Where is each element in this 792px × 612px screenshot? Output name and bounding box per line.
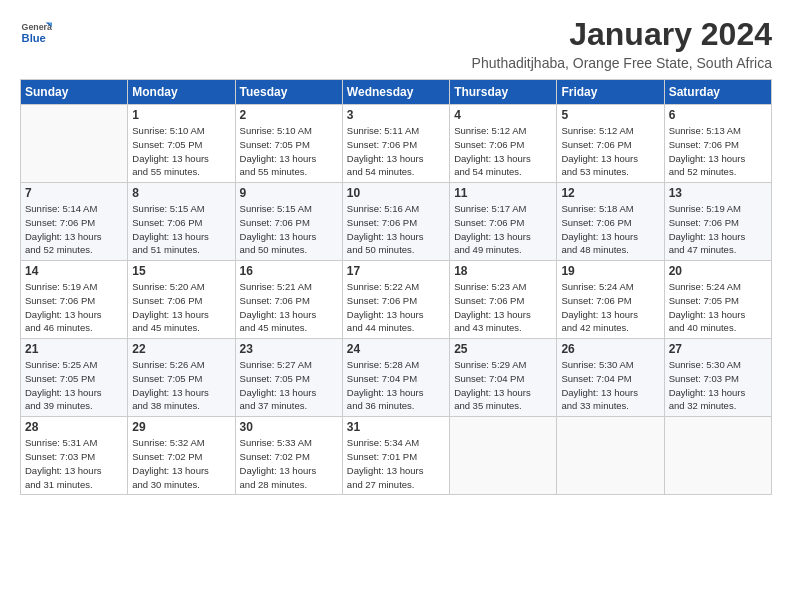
day-cell: 3Sunrise: 5:11 AMSunset: 7:06 PMDaylight… [342,105,449,183]
day-cell: 30Sunrise: 5:33 AMSunset: 7:02 PMDayligh… [235,417,342,495]
day-detail: Sunrise: 5:25 AMSunset: 7:05 PMDaylight:… [25,358,123,413]
day-number: 5 [561,108,659,122]
day-cell: 16Sunrise: 5:21 AMSunset: 7:06 PMDayligh… [235,261,342,339]
day-number: 28 [25,420,123,434]
day-number: 29 [132,420,230,434]
column-header-sunday: Sunday [21,80,128,105]
day-number: 12 [561,186,659,200]
day-number: 31 [347,420,445,434]
day-number: 15 [132,264,230,278]
day-cell: 13Sunrise: 5:19 AMSunset: 7:06 PMDayligh… [664,183,771,261]
day-cell: 1Sunrise: 5:10 AMSunset: 7:05 PMDaylight… [128,105,235,183]
day-number: 30 [240,420,338,434]
day-cell: 10Sunrise: 5:16 AMSunset: 7:06 PMDayligh… [342,183,449,261]
day-number: 6 [669,108,767,122]
day-number: 8 [132,186,230,200]
page-container: General Blue January 2024 Phuthaditjhaba… [0,0,792,515]
day-cell: 24Sunrise: 5:28 AMSunset: 7:04 PMDayligh… [342,339,449,417]
day-number: 1 [132,108,230,122]
day-cell: 29Sunrise: 5:32 AMSunset: 7:02 PMDayligh… [128,417,235,495]
day-detail: Sunrise: 5:23 AMSunset: 7:06 PMDaylight:… [454,280,552,335]
day-detail: Sunrise: 5:28 AMSunset: 7:04 PMDaylight:… [347,358,445,413]
day-cell: 23Sunrise: 5:27 AMSunset: 7:05 PMDayligh… [235,339,342,417]
day-cell: 18Sunrise: 5:23 AMSunset: 7:06 PMDayligh… [450,261,557,339]
day-cell: 9Sunrise: 5:15 AMSunset: 7:06 PMDaylight… [235,183,342,261]
day-cell [450,417,557,495]
day-cell: 27Sunrise: 5:30 AMSunset: 7:03 PMDayligh… [664,339,771,417]
day-number: 14 [25,264,123,278]
week-row-1: 1Sunrise: 5:10 AMSunset: 7:05 PMDaylight… [21,105,772,183]
column-header-thursday: Thursday [450,80,557,105]
day-detail: Sunrise: 5:21 AMSunset: 7:06 PMDaylight:… [240,280,338,335]
day-detail: Sunrise: 5:27 AMSunset: 7:05 PMDaylight:… [240,358,338,413]
day-detail: Sunrise: 5:19 AMSunset: 7:06 PMDaylight:… [25,280,123,335]
day-cell: 31Sunrise: 5:34 AMSunset: 7:01 PMDayligh… [342,417,449,495]
day-number: 25 [454,342,552,356]
day-cell: 7Sunrise: 5:14 AMSunset: 7:06 PMDaylight… [21,183,128,261]
logo: General Blue [20,16,56,48]
day-detail: Sunrise: 5:19 AMSunset: 7:06 PMDaylight:… [669,202,767,257]
month-title: January 2024 [472,16,772,53]
day-number: 2 [240,108,338,122]
column-header-tuesday: Tuesday [235,80,342,105]
day-cell: 26Sunrise: 5:30 AMSunset: 7:04 PMDayligh… [557,339,664,417]
day-cell: 14Sunrise: 5:19 AMSunset: 7:06 PMDayligh… [21,261,128,339]
day-detail: Sunrise: 5:24 AMSunset: 7:06 PMDaylight:… [561,280,659,335]
day-cell: 19Sunrise: 5:24 AMSunset: 7:06 PMDayligh… [557,261,664,339]
day-detail: Sunrise: 5:26 AMSunset: 7:05 PMDaylight:… [132,358,230,413]
day-detail: Sunrise: 5:24 AMSunset: 7:05 PMDaylight:… [669,280,767,335]
subtitle: Phuthaditjhaba, Orange Free State, South… [472,55,772,71]
week-row-2: 7Sunrise: 5:14 AMSunset: 7:06 PMDaylight… [21,183,772,261]
day-cell [21,105,128,183]
day-cell: 11Sunrise: 5:17 AMSunset: 7:06 PMDayligh… [450,183,557,261]
day-number: 3 [347,108,445,122]
day-detail: Sunrise: 5:30 AMSunset: 7:04 PMDaylight:… [561,358,659,413]
day-number: 4 [454,108,552,122]
header-row: SundayMondayTuesdayWednesdayThursdayFrid… [21,80,772,105]
svg-text:Blue: Blue [22,32,46,44]
day-number: 19 [561,264,659,278]
day-number: 23 [240,342,338,356]
week-row-4: 21Sunrise: 5:25 AMSunset: 7:05 PMDayligh… [21,339,772,417]
day-detail: Sunrise: 5:11 AMSunset: 7:06 PMDaylight:… [347,124,445,179]
day-detail: Sunrise: 5:16 AMSunset: 7:06 PMDaylight:… [347,202,445,257]
day-cell [664,417,771,495]
column-header-friday: Friday [557,80,664,105]
day-cell: 22Sunrise: 5:26 AMSunset: 7:05 PMDayligh… [128,339,235,417]
title-section: January 2024 Phuthaditjhaba, Orange Free… [472,16,772,71]
day-detail: Sunrise: 5:31 AMSunset: 7:03 PMDaylight:… [25,436,123,491]
day-cell: 17Sunrise: 5:22 AMSunset: 7:06 PMDayligh… [342,261,449,339]
column-header-saturday: Saturday [664,80,771,105]
day-detail: Sunrise: 5:13 AMSunset: 7:06 PMDaylight:… [669,124,767,179]
day-cell: 28Sunrise: 5:31 AMSunset: 7:03 PMDayligh… [21,417,128,495]
calendar-table: SundayMondayTuesdayWednesdayThursdayFrid… [20,79,772,495]
day-number: 9 [240,186,338,200]
day-number: 20 [669,264,767,278]
day-number: 24 [347,342,445,356]
day-detail: Sunrise: 5:10 AMSunset: 7:05 PMDaylight:… [240,124,338,179]
day-cell: 2Sunrise: 5:10 AMSunset: 7:05 PMDaylight… [235,105,342,183]
day-detail: Sunrise: 5:12 AMSunset: 7:06 PMDaylight:… [561,124,659,179]
day-detail: Sunrise: 5:15 AMSunset: 7:06 PMDaylight:… [132,202,230,257]
day-cell: 21Sunrise: 5:25 AMSunset: 7:05 PMDayligh… [21,339,128,417]
day-cell: 20Sunrise: 5:24 AMSunset: 7:05 PMDayligh… [664,261,771,339]
day-cell: 8Sunrise: 5:15 AMSunset: 7:06 PMDaylight… [128,183,235,261]
day-detail: Sunrise: 5:30 AMSunset: 7:03 PMDaylight:… [669,358,767,413]
day-detail: Sunrise: 5:12 AMSunset: 7:06 PMDaylight:… [454,124,552,179]
week-row-5: 28Sunrise: 5:31 AMSunset: 7:03 PMDayligh… [21,417,772,495]
day-number: 11 [454,186,552,200]
week-row-3: 14Sunrise: 5:19 AMSunset: 7:06 PMDayligh… [21,261,772,339]
day-number: 17 [347,264,445,278]
day-number: 27 [669,342,767,356]
logo-icon: General Blue [20,16,52,48]
day-detail: Sunrise: 5:18 AMSunset: 7:06 PMDaylight:… [561,202,659,257]
header: General Blue January 2024 Phuthaditjhaba… [20,16,772,71]
day-detail: Sunrise: 5:32 AMSunset: 7:02 PMDaylight:… [132,436,230,491]
day-number: 10 [347,186,445,200]
day-detail: Sunrise: 5:20 AMSunset: 7:06 PMDaylight:… [132,280,230,335]
day-cell: 5Sunrise: 5:12 AMSunset: 7:06 PMDaylight… [557,105,664,183]
day-cell: 25Sunrise: 5:29 AMSunset: 7:04 PMDayligh… [450,339,557,417]
day-number: 26 [561,342,659,356]
day-number: 16 [240,264,338,278]
day-detail: Sunrise: 5:17 AMSunset: 7:06 PMDaylight:… [454,202,552,257]
